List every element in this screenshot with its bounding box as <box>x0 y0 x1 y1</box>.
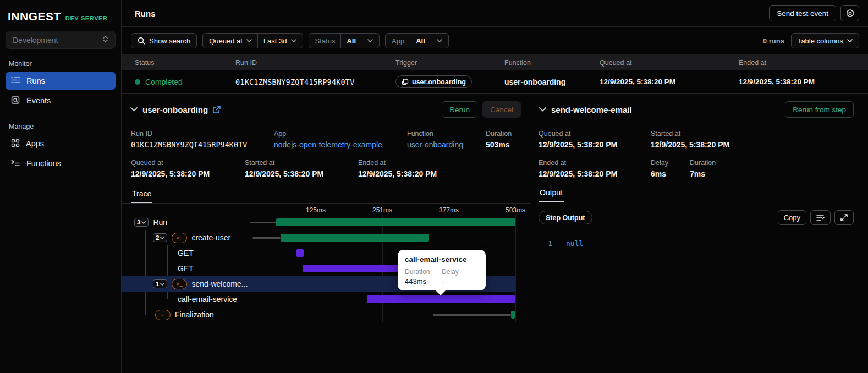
apps-icon <box>11 139 20 149</box>
function-field: Function user-onboarding <box>407 130 486 149</box>
chevron-down-icon <box>367 39 373 42</box>
run-id-label: Run ID <box>131 130 274 138</box>
trace-row-name: create-user <box>191 233 230 242</box>
trace-row-label: GET <box>178 249 194 257</box>
chevron-down-icon <box>847 39 853 42</box>
app-filter-value: All <box>416 37 425 45</box>
status-filter-dropdown[interactable]: Status All <box>309 33 380 48</box>
tab-trace[interactable]: Trace <box>131 187 152 203</box>
trace-row-call-email-service[interactable]: call-email-service <box>122 292 515 307</box>
col-function: Function <box>504 59 600 67</box>
time-field-label: Queued at <box>209 37 243 45</box>
trace-span-bar[interactable] <box>296 249 304 257</box>
app-link[interactable]: nodejs-open-telemetry-example <box>274 140 407 149</box>
table-columns-dropdown[interactable]: Table columns <box>791 33 859 48</box>
runs-count: 0 runs <box>763 37 784 45</box>
rerun-from-step-button[interactable]: Rerun from step <box>785 101 854 118</box>
copy-button[interactable]: Copy <box>778 210 806 225</box>
step-delay-value: 6ms <box>651 169 690 178</box>
settings-button[interactable] <box>840 5 859 21</box>
trace-row-label: call-email-service <box>178 295 237 304</box>
duration-field: Duration 503ms <box>486 130 530 149</box>
collapse-chevron-icon[interactable] <box>539 107 546 112</box>
word-wrap-icon <box>816 215 825 221</box>
manage-section-label: Manage <box>6 112 116 135</box>
show-search-button[interactable]: Show search <box>131 33 197 48</box>
started-at-value: 12/9/2025, 5:38:20 PM <box>245 169 358 178</box>
code-line-number: 1 <box>530 239 552 248</box>
sidebar-item-runs[interactable]: Runs <box>6 72 116 90</box>
cancel-button[interactable]: Cancel <box>482 101 521 118</box>
table-header: Status Run ID Trigger Function Queued at… <box>122 54 868 70</box>
send-test-event-button[interactable]: Send test event <box>769 5 836 21</box>
function-link[interactable]: user-onboarding <box>407 140 486 149</box>
step-queued-field: Queued at 12/9/2025, 5:38:20 PM <box>539 130 651 149</box>
children-count-badge[interactable]: 3 <box>134 218 149 227</box>
status-filter-label: Status <box>315 37 336 45</box>
trace-span-bar[interactable] <box>276 218 515 226</box>
children-count-badge[interactable]: 2 <box>153 233 167 242</box>
trace-row-label: GET <box>178 264 194 273</box>
col-run-id: Run ID <box>235 59 395 67</box>
trace-row-finalization[interactable]: ☑Finalization <box>122 307 515 322</box>
children-count-badge[interactable]: 1 <box>153 279 167 288</box>
functions-icon <box>11 159 20 168</box>
trigger-cell: user.onboarding <box>395 75 504 88</box>
app-field: App nodejs-open-telemetry-example <box>274 130 407 149</box>
tooltip-duration-label: Duration <box>405 268 442 276</box>
step-ended-label: Ended at <box>539 159 651 167</box>
trigger-pill[interactable]: user.onboarding <box>395 75 472 88</box>
tooltip-duration-value: 443ms <box>405 277 442 286</box>
step-started-label: Started at <box>651 130 868 138</box>
trace-row-name: GET <box>178 264 194 273</box>
trace-row-name: send-welcome... <box>191 279 248 288</box>
divider <box>340 34 341 48</box>
trace-span-bar[interactable] <box>511 311 515 319</box>
events-icon <box>11 96 20 106</box>
queued-at-field: Queued at 12/9/2025, 5:38:20 PM <box>131 159 245 178</box>
tooltip-delay-value: - <box>442 277 479 286</box>
expand-button[interactable] <box>834 210 854 225</box>
trace-row-run[interactable]: 3Run <box>122 215 515 230</box>
rerun-button[interactable]: Rerun <box>442 101 477 118</box>
step-duration-field: Duration 7ms <box>690 159 868 178</box>
step-started-value: 12/9/2025, 5:38:20 PM <box>651 140 868 149</box>
tab-output[interactable]: Output <box>539 186 564 202</box>
word-wrap-button[interactable] <box>810 210 831 225</box>
started-at-label: Started at <box>245 159 358 167</box>
sidebar-item-events[interactable]: Events <box>6 92 116 109</box>
app-filter-dropdown[interactable]: App All <box>385 33 449 48</box>
search-icon <box>138 37 145 45</box>
table-columns-label: Table columns <box>798 37 843 45</box>
col-trigger: Trigger <box>395 59 504 67</box>
trace-span-bar[interactable] <box>303 265 400 272</box>
divider <box>257 34 258 48</box>
external-link-icon[interactable] <box>213 106 221 113</box>
trace-span-bar[interactable] <box>281 234 429 242</box>
step-delay-label: Delay <box>651 159 690 167</box>
time-filter-dropdown[interactable]: Queued at Last 3d <box>202 33 303 48</box>
trace-span-bar[interactable] <box>367 295 515 303</box>
run-id-cell: 01KC1ZMSBNY9ZQT415RP94K0TV <box>235 78 395 86</box>
status-text: Completed <box>145 78 183 86</box>
environment-select[interactable]: Development <box>6 31 116 49</box>
collapse-chevron-icon[interactable] <box>130 107 138 112</box>
trace-delay-line <box>252 237 281 239</box>
status-cell: Completed <box>135 78 235 86</box>
step-duration-value: 7ms <box>690 169 868 178</box>
trace-waterfall: 125ms251ms377ms503ms3Run2>_create-userGE… <box>122 204 530 373</box>
axis-tick-label: 377ms <box>439 206 459 214</box>
step-output-badge: Step Output <box>539 211 592 224</box>
sidebar-item-apps[interactable]: Apps <box>6 135 116 152</box>
gridline <box>515 215 516 322</box>
sidebar-item-label: Events <box>26 96 51 105</box>
dev-server-badge: DEV SERVER <box>65 15 108 21</box>
table-row[interactable]: Completed 01KC1ZMSBNY9ZQT415RP94K0TV use… <box>122 70 868 94</box>
queued-at-value: 12/9/2025, 5:38:20 PM <box>131 169 245 178</box>
col-queued-at: Queued at <box>600 59 739 67</box>
sidebar-item-functions[interactable]: Functions <box>6 155 116 172</box>
sidebar-item-label: Functions <box>26 159 61 168</box>
environment-select-value: Development <box>13 36 58 45</box>
trace-row-create-user[interactable]: 2>_create-user <box>122 230 515 245</box>
trace-row-label: 2>_create-user <box>153 233 230 243</box>
